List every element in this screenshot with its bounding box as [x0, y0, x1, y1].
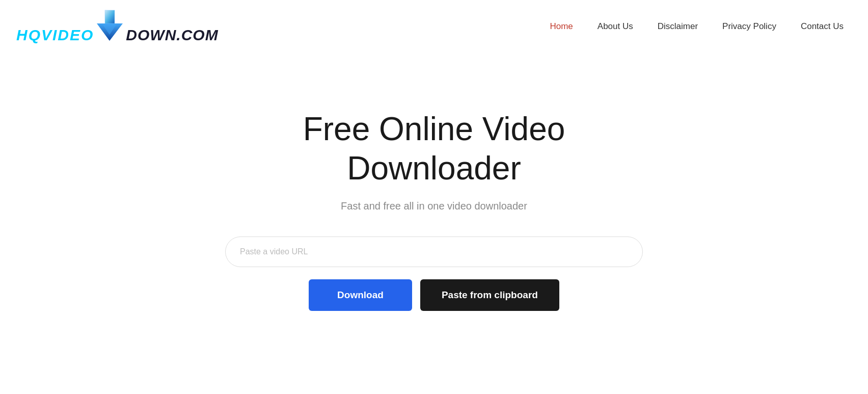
- logo-hq-text: HQVIDEO: [16, 27, 94, 43]
- paste-clipboard-button[interactable]: Paste from clipboard: [420, 279, 559, 311]
- nav-disclaimer[interactable]: Disclaimer: [658, 21, 698, 32]
- url-input[interactable]: [225, 237, 643, 267]
- nav-privacy[interactable]: Privacy Policy: [722, 21, 776, 32]
- url-input-wrapper: [225, 237, 643, 267]
- nav-contact[interactable]: Contact Us: [801, 21, 844, 32]
- download-button[interactable]: Download: [309, 279, 412, 311]
- hero-subtitle: Fast and free all in one video downloade…: [341, 200, 527, 212]
- logo-arrow-icon: [96, 9, 124, 42]
- main-content: Free Online Video Downloader Fast and fr…: [0, 48, 868, 311]
- main-nav: Home About Us Disclaimer Privacy Policy …: [550, 21, 844, 32]
- action-buttons: Download Paste from clipboard: [309, 279, 559, 311]
- nav-about[interactable]: About Us: [598, 21, 633, 32]
- nav-home[interactable]: Home: [550, 21, 573, 32]
- logo-down-text: DOWN.COM: [126, 27, 218, 43]
- site-logo[interactable]: HQVIDEO DOWN.COM: [16, 9, 219, 43]
- svg-rect-0: [105, 10, 115, 23]
- hero-title: Free Online Video Downloader: [230, 110, 638, 188]
